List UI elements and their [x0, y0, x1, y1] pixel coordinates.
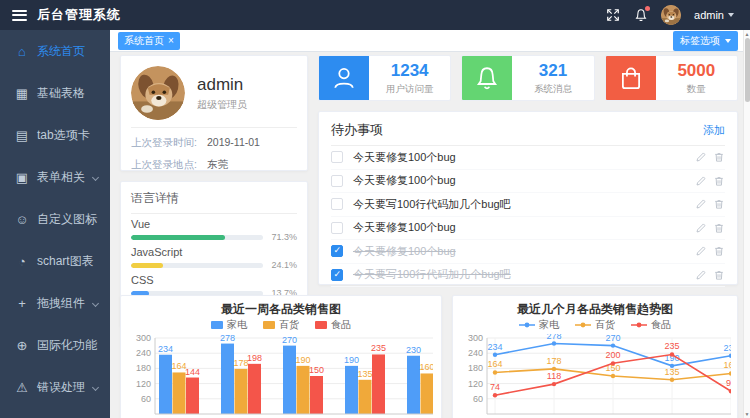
sidebar-item-label: tab选项卡: [37, 127, 90, 144]
svg-text:230: 230: [406, 345, 421, 355]
progress-bar: [131, 235, 263, 240]
todo-item: 今天要修复100个bug: [331, 146, 725, 170]
svg-text:60: 60: [473, 394, 483, 404]
table-icon: ▦: [14, 86, 30, 101]
stat-label: 用户访问量: [386, 83, 434, 96]
legend-item: 百货: [263, 318, 299, 332]
language-name: Vue: [131, 218, 297, 230]
stat-card: 321系统消息: [461, 55, 594, 101]
tab-bar: 系统首页 × 标签选项: [110, 30, 750, 52]
sidebar-item[interactable]: ▦基础表格: [0, 72, 110, 114]
menu-toggle-icon[interactable]: [12, 7, 27, 23]
legend-item: 百货: [575, 318, 615, 332]
sidebar-item[interactable]: ⊕国际化功能: [0, 324, 110, 366]
sidebar-item[interactable]: ☺自定义图标: [0, 198, 110, 240]
close-icon[interactable]: ×: [168, 36, 174, 46]
chart-title: 最近几个月各品类销售趋势图: [461, 302, 729, 316]
sidebar-item[interactable]: +拖拽组件: [0, 282, 110, 324]
edit-icon[interactable]: [695, 222, 707, 234]
sidebar-item[interactable]: ⚠错误处理: [0, 366, 110, 408]
sidebar-item[interactable]: ◔schart图表: [0, 240, 110, 282]
delete-icon[interactable]: [713, 151, 725, 163]
todo-checkbox[interactable]: [331, 222, 343, 234]
delete-icon[interactable]: [713, 269, 725, 281]
dashboard-content: admin 超级管理员 上次登录时间: 2019-11-01 上次登录地点: 东…: [110, 52, 750, 418]
divider: [131, 127, 297, 128]
profile-card: admin 超级管理员 上次登录时间: 2019-11-01 上次登录地点: 东…: [120, 55, 308, 171]
todo-text: 今天要写100行代码加几个bug吧: [353, 267, 511, 282]
fullscreen-icon[interactable]: [605, 8, 620, 23]
tab-home[interactable]: 系统首页 ×: [118, 32, 180, 50]
sidebar-item[interactable]: ▣表单相关: [0, 156, 110, 198]
scroll-up-icon[interactable]: ▲: [745, 30, 750, 38]
scroll-down-icon[interactable]: ▼: [745, 410, 750, 418]
stat-value: 1234: [391, 61, 429, 81]
edit-icon[interactable]: [695, 198, 707, 210]
todo-text: 今天要修复100个bug: [353, 220, 456, 235]
last-login-place-row: 上次登录地点: 东莞: [131, 158, 297, 172]
avatar: [131, 66, 185, 120]
svg-text:178: 178: [546, 356, 561, 366]
todo-checkbox[interactable]: [331, 198, 343, 210]
svg-text:234: 234: [487, 342, 502, 352]
user-menu[interactable]: admin: [694, 9, 734, 21]
stats-row: 1234用户访问量321系统消息5000数量: [318, 55, 738, 101]
header-actions: admin: [605, 5, 750, 25]
todo-text: 今天要修复100个bug: [353, 150, 456, 165]
sidebar-item-label: 错误处理: [37, 379, 85, 396]
language-row: Vue71.3%: [131, 218, 297, 242]
sidebar-item[interactable]: ♥支持作者: [0, 408, 110, 418]
stat-card: 1234用户访问量: [318, 55, 451, 101]
home-icon: ⌂: [14, 44, 30, 59]
chart-icon: ◔: [14, 254, 30, 269]
add-todo-button[interactable]: 添加: [703, 123, 725, 138]
svg-text:300: 300: [136, 334, 151, 343]
chevron-down-icon: [92, 173, 99, 180]
legend-item: 食品: [631, 318, 671, 332]
scrollbar-thumb[interactable]: [745, 38, 750, 102]
delete-icon[interactable]: [713, 175, 725, 187]
tag-options-button[interactable]: 标签选项: [673, 31, 738, 51]
edit-icon[interactable]: [695, 151, 707, 163]
delete-icon[interactable]: [713, 198, 725, 210]
edit-icon[interactable]: [695, 269, 707, 281]
chevron-down-icon: [92, 299, 99, 306]
language-card-title: 语言详情: [131, 190, 297, 214]
svg-text:135: 135: [357, 369, 372, 379]
edit-icon[interactable]: [695, 245, 707, 257]
svg-text:230: 230: [723, 343, 731, 353]
legend-item: 家电: [519, 318, 559, 332]
sidebar-item[interactable]: ⌂系统首页: [0, 30, 110, 72]
sidebar-item[interactable]: ▤tab选项卡: [0, 114, 110, 156]
edit-icon[interactable]: [695, 175, 707, 187]
sidebar-item-label: schart图表: [37, 253, 94, 270]
stat-label: 系统消息: [534, 83, 572, 96]
notification-bell-icon[interactable]: [633, 8, 648, 23]
svg-text:278: 278: [546, 334, 561, 341]
svg-text:190: 190: [344, 355, 359, 365]
svg-text:60: 60: [141, 394, 151, 404]
language-name: CSS: [131, 274, 297, 286]
todo-checkbox[interactable]: [331, 175, 343, 187]
delete-icon[interactable]: [713, 222, 725, 234]
svg-text:278: 278: [220, 334, 235, 343]
stat-label: 数量: [687, 83, 706, 96]
svg-text:120: 120: [468, 379, 483, 389]
svg-text:118: 118: [547, 371, 561, 381]
todo-checkbox[interactable]: [331, 151, 343, 163]
svg-text:200: 200: [605, 350, 620, 360]
svg-text:164: 164: [487, 359, 502, 369]
chart-legend: 家电百货食品: [129, 318, 433, 332]
todo-checkbox[interactable]: [331, 269, 343, 281]
scrollbar[interactable]: ▲ ▼: [743, 30, 750, 418]
profile-name: admin: [197, 75, 247, 95]
bar-chart-card: 最近一周各品类销售图家电百货食品601201802403002342782701…: [120, 295, 442, 418]
todo-item: 今天要修复100个bug: [331, 217, 725, 241]
todo-title: 待办事项: [331, 121, 383, 139]
notification-badge: [645, 6, 650, 11]
todo-checkbox[interactable]: [331, 245, 343, 257]
svg-text:270: 270: [605, 334, 620, 343]
username: admin: [694, 9, 724, 21]
header-avatar[interactable]: [661, 5, 681, 25]
delete-icon[interactable]: [713, 245, 725, 257]
